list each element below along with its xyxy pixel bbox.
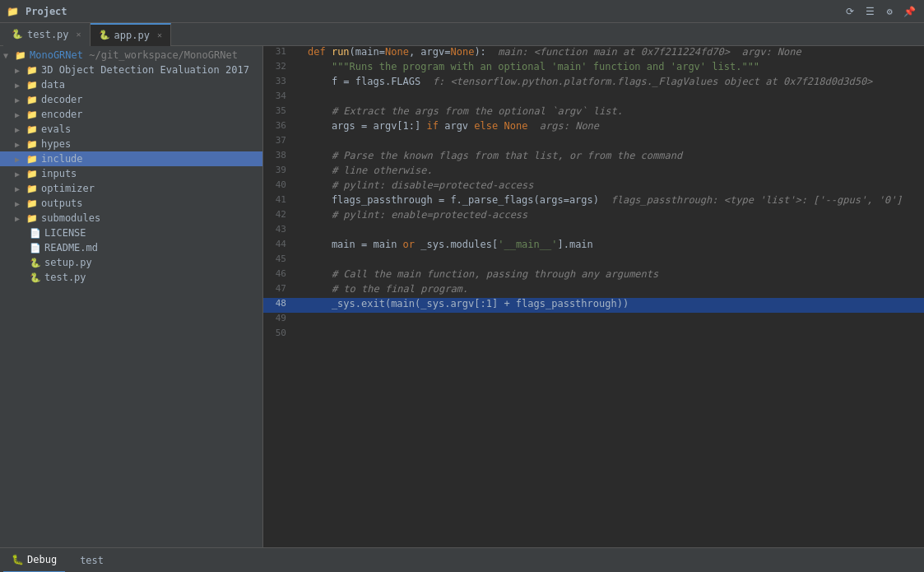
encoder-arrow: ▶ <box>15 110 26 119</box>
code-line-37: 37 <box>263 135 924 150</box>
tab-app-py[interactable]: 🐍 app.py ✕ <box>91 23 171 46</box>
data-label: data <box>41 79 65 91</box>
app-py-icon: 🐍 <box>99 30 110 40</box>
file-icon-license: 📄 <box>30 228 41 239</box>
3d-arrow: ▶ <box>15 66 26 75</box>
optimizer-label: optimizer <box>41 183 95 194</box>
code-editor[interactable]: 31 def run(main=None, argv=None): main: … <box>263 46 924 547</box>
debug-tab-label: Debug <box>27 554 57 565</box>
outputs-arrow: ▶ <box>15 199 26 208</box>
tab-app-py-label: app.py <box>114 30 150 41</box>
3d-label: 3D Object Detection Evaluation 2017 <box>41 64 249 76</box>
file-icon-test: 🐍 <box>30 272 41 283</box>
code-line-31: 31 def run(main=None, argv=None): main: … <box>263 46 924 61</box>
setup-label: setup.py <box>44 257 92 268</box>
root-icon: 📁 <box>15 50 26 61</box>
hypes-arrow: ▶ <box>15 140 26 149</box>
bottom-panel: 🐛 Debug test ▶ ■ ↓ ↙ ↗ ⊞ ⚙ ✕ Debugger <box>0 547 924 572</box>
code-line-34: 34 <box>263 91 924 105</box>
folder-icon-encoder: 📁 <box>26 109 38 120</box>
evals-arrow: ▶ <box>15 125 26 134</box>
sidebar-item-hypes[interactable]: ▶ 📁 hypes <box>0 137 262 151</box>
test-py-icon: 🐍 <box>12 29 23 40</box>
folder-icon-outputs: 📁 <box>26 198 38 209</box>
code-line-44: 44 main = main or _sys.modules['__main__… <box>263 239 924 253</box>
debug-session-tabs: 🐛 Debug test <box>0 548 924 572</box>
sidebar-item-submodules[interactable]: ▶ 📁 submodules <box>0 211 262 226</box>
include-arrow: ▶ <box>15 155 26 164</box>
sidebar-item-setup-py[interactable]: ▶ 🐍 setup.py <box>0 255 262 270</box>
window-toolbar: ⟳ ☰ ⚙ 📌 <box>842 3 917 20</box>
folder-icon-inputs: 📁 <box>26 169 38 179</box>
sidebar-item-data[interactable]: ▶ 📁 data <box>0 77 262 92</box>
code-line-40: 40 # pylint: disable=protected-access <box>263 179 924 194</box>
file-icon-setup: 🐍 <box>30 258 41 268</box>
tab-test-py-close[interactable]: ✕ <box>77 30 81 39</box>
code-line-42: 42 # pylint: enable=protected-access <box>263 209 924 224</box>
root-label: MonoGRNet ~/git_workspace/MonoGRNet <box>30 49 238 61</box>
sidebar-item-evals[interactable]: ▶ 📁 evals <box>0 122 262 137</box>
code-line-32: 32 """Runs the program with an optional … <box>263 61 924 76</box>
settings-icon[interactable]: ☰ <box>861 3 878 20</box>
debug-tab-icon: 🐛 <box>12 554 24 565</box>
folder-icon-decoder: 📁 <box>26 95 38 105</box>
sidebar-item-encoder[interactable]: ▶ 📁 encoder <box>0 107 262 122</box>
tab-test-py[interactable]: 🐍 test.py ✕ <box>3 23 91 46</box>
submodules-label: submodules <box>41 212 100 224</box>
folder-icon-submodules: 📁 <box>26 213 38 224</box>
code-line-35: 35 # Extract the args from the optional … <box>263 105 924 120</box>
sidebar-item-readme[interactable]: ▶ 📄 README.md <box>0 240 262 255</box>
code-line-41: 41 flags_passthrough = f._parse_flags(ar… <box>263 194 924 209</box>
encoder-label: encoder <box>41 109 83 120</box>
code-line-45: 45 <box>263 253 924 268</box>
sync-icon[interactable]: ⟳ <box>842 3 858 20</box>
main-layout: ▼ 📁 MonoGRNet ~/git_workspace/MonoGRNet … <box>0 46 924 547</box>
folder-icon-data: 📁 <box>26 80 38 91</box>
pin-icon[interactable]: 📌 <box>901 3 917 20</box>
gear-icon[interactable]: ⚙ <box>881 3 898 20</box>
window-title: Project <box>26 6 67 17</box>
code-line-36: 36 args = argv[1:] if argv else None arg… <box>263 120 924 135</box>
sidebar-item-outputs[interactable]: ▶ 📁 outputs <box>0 196 262 211</box>
tab-app-py-close[interactable]: ✕ <box>157 30 162 40</box>
code-line-47: 47 # to the final program. <box>263 283 924 298</box>
code-line-39: 39 # line otherwise. <box>263 165 924 179</box>
code-line-49: 49 <box>263 313 924 328</box>
code-line-50: 50 <box>263 328 924 342</box>
code-line-33: 33 f = flags.FLAGS f: <tensorflow.python… <box>263 76 924 91</box>
sidebar-item-root[interactable]: ▼ 📁 MonoGRNet ~/git_workspace/MonoGRNet <box>0 48 262 63</box>
data-arrow: ▶ <box>15 81 26 90</box>
folder-icon-evals: 📁 <box>26 124 38 135</box>
sidebar-item-test-py[interactable]: ▶ 🐍 test.py <box>0 270 262 285</box>
include-label: include <box>41 153 83 165</box>
sidebar-item-3d-detection[interactable]: ▶ 📁 3D Object Detection Evaluation 2017 <box>0 63 262 77</box>
optimizer-arrow: ▶ <box>15 184 26 193</box>
file-icon-readme: 📄 <box>30 243 41 253</box>
sidebar-item-license[interactable]: ▶ 📄 LICENSE <box>0 226 262 240</box>
inputs-arrow: ▶ <box>15 170 26 179</box>
code-line-46: 46 # Call the main function, passing thr… <box>263 268 924 283</box>
code-line-43: 43 <box>263 224 924 239</box>
hypes-label: hypes <box>41 138 71 150</box>
sidebar-item-inputs[interactable]: ▶ 📁 inputs <box>0 166 262 181</box>
decoder-label: decoder <box>41 94 83 105</box>
test-file-label: test.py <box>44 272 86 283</box>
debug-tab[interactable]: 🐛 Debug <box>3 548 65 573</box>
folder-icon-3d: 📁 <box>26 65 38 76</box>
sidebar-item-include[interactable]: ▶ 📁 include <box>0 151 262 166</box>
inputs-label: inputs <box>41 168 77 179</box>
sidebar-item-decoder[interactable]: ▶ 📁 decoder <box>0 92 262 107</box>
submodules-arrow: ▶ <box>15 214 26 223</box>
sidebar-item-optimizer[interactable]: ▶ 📁 optimizer <box>0 181 262 196</box>
folder-icon-optimizer: 📁 <box>26 184 38 194</box>
test-tab-label: test <box>80 555 104 566</box>
code-line-48: 48 _sys.exit(main(_sys.argv[:1] + flags_… <box>263 298 924 313</box>
outputs-label: outputs <box>41 198 83 209</box>
evals-label: evals <box>41 123 71 135</box>
test-tab[interactable]: test <box>72 548 112 573</box>
tab-test-py-label: test.py <box>27 29 69 40</box>
code-line-38: 38 # Parse the known flags from that lis… <box>263 150 924 165</box>
license-label: LICENSE <box>44 227 86 239</box>
decoder-arrow: ▶ <box>15 95 26 105</box>
project-sidebar: ▼ 📁 MonoGRNet ~/git_workspace/MonoGRNet … <box>0 46 263 547</box>
